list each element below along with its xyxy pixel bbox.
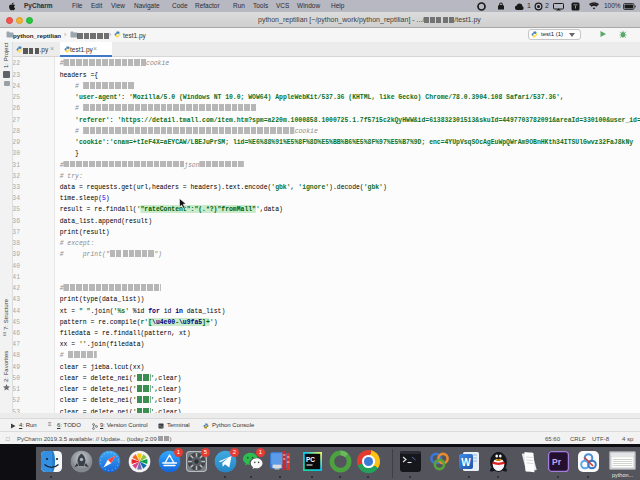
svg-text:PC: PC [306,456,315,463]
svg-text:W: W [461,457,471,468]
svg-text:Pr: Pr [552,457,562,467]
